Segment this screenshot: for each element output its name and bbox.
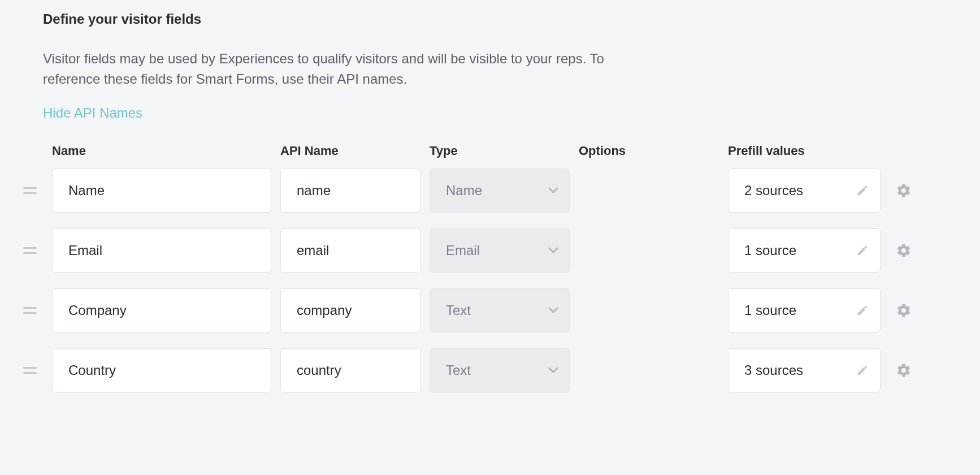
settings-button[interactable] <box>890 298 918 323</box>
table-header-row: Name API Name Type Options Prefill value… <box>17 144 963 158</box>
column-header-type: Type <box>430 144 570 158</box>
drag-handle-icon[interactable] <box>17 307 43 314</box>
drag-handle-icon[interactable] <box>17 247 43 254</box>
type-select-value: Name <box>446 183 482 198</box>
table-row: Email 1 source <box>17 228 963 273</box>
gear-icon <box>896 183 912 198</box>
page-title: Define your visitor fields <box>43 11 963 27</box>
prefill-label: 1 source <box>744 243 796 258</box>
prefill-button[interactable]: 1 source <box>728 228 881 273</box>
column-header-name: Name <box>52 144 271 158</box>
name-input[interactable] <box>52 288 271 332</box>
api-name-input[interactable] <box>280 169 420 213</box>
settings-button[interactable] <box>890 358 918 383</box>
pencil-icon <box>856 364 869 377</box>
column-header-options: Options <box>579 144 719 158</box>
api-name-input[interactable] <box>280 288 420 332</box>
prefill-label: 3 sources <box>744 362 803 378</box>
name-input[interactable] <box>52 169 271 213</box>
toggle-api-names-link[interactable]: Hide API Names <box>43 105 142 121</box>
pencil-icon <box>856 304 869 317</box>
drag-handle-icon[interactable] <box>17 367 43 374</box>
settings-button[interactable] <box>890 178 918 203</box>
name-input[interactable] <box>52 348 271 392</box>
name-input[interactable] <box>52 228 271 273</box>
settings-button[interactable] <box>890 238 918 263</box>
type-select[interactable]: Email <box>430 228 570 273</box>
gear-icon <box>896 303 912 318</box>
api-name-input[interactable] <box>280 348 420 392</box>
prefill-button[interactable]: 3 sources <box>728 348 881 392</box>
prefill-button[interactable]: 2 sources <box>728 169 881 213</box>
prefill-button[interactable]: 1 source <box>728 288 881 332</box>
pencil-icon <box>856 184 869 197</box>
type-select-value: Text <box>446 303 471 318</box>
prefill-label: 1 source <box>744 303 796 318</box>
prefill-label: 2 sources <box>744 183 803 198</box>
type-select[interactable]: Name <box>430 169 570 213</box>
api-name-input[interactable] <box>280 228 420 273</box>
type-select-value: Email <box>446 243 480 258</box>
table-row: Text 1 source <box>17 288 963 332</box>
column-header-prefill: Prefill values <box>728 144 881 158</box>
drag-handle-icon[interactable] <box>17 187 43 194</box>
table-row: Text 3 sources <box>17 348 963 392</box>
gear-icon <box>896 362 912 378</box>
column-header-api-name: API Name <box>280 144 420 158</box>
gear-icon <box>896 243 912 258</box>
fields-table: Name API Name Type Options Prefill value… <box>17 144 963 392</box>
page-description: Visitor fields may be used by Experience… <box>43 49 665 89</box>
type-select[interactable]: Text <box>430 348 570 392</box>
type-select[interactable]: Text <box>430 288 570 332</box>
type-select-value: Text <box>446 362 471 378</box>
table-row: Name 2 sources <box>17 169 963 213</box>
pencil-icon <box>856 244 869 257</box>
